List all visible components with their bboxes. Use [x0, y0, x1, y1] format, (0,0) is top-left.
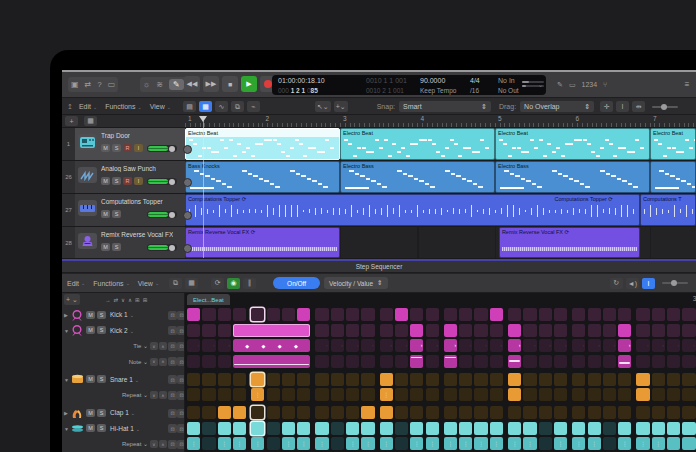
step-cell[interactable]	[361, 388, 374, 401]
header-icon[interactable]: ⊞	[143, 297, 148, 303]
disclosure-triangle[interactable]: ▶	[64, 312, 68, 318]
step-cell[interactable]	[267, 437, 280, 450]
step-cell[interactable]: ⋮	[474, 437, 487, 450]
step-cell[interactable]	[588, 324, 601, 337]
step-cell[interactable]: ›	[426, 339, 439, 352]
step-record-icon[interactable]: ⟳	[211, 278, 224, 289]
step-cell[interactable]	[444, 422, 457, 435]
mute-button[interactable]: M	[86, 409, 95, 417]
step-cell[interactable]	[331, 373, 344, 386]
layers-icon[interactable]: ▦	[185, 278, 198, 289]
increment-button[interactable]: ∧	[159, 358, 167, 366]
step-cell[interactable]	[603, 437, 616, 450]
step-cell[interactable]: ›	[187, 339, 200, 352]
step-cell[interactable]	[539, 422, 552, 435]
step-cell[interactable]	[202, 308, 215, 321]
step-cell[interactable]	[251, 422, 264, 435]
solo-button[interactable]: S	[97, 375, 106, 383]
step-cell[interactable]	[682, 324, 695, 337]
step-cell[interactable]	[315, 324, 328, 337]
step-cell[interactable]	[652, 422, 665, 435]
step-cell[interactable]: ⋮	[618, 437, 631, 450]
step-cell[interactable]	[331, 324, 344, 337]
step-cell[interactable]: ⋮	[251, 388, 264, 401]
zoom-slider[interactable]	[652, 106, 678, 108]
step-cell[interactable]	[426, 373, 439, 386]
step-cell[interactable]	[315, 422, 328, 435]
add-track-button[interactable]: +	[65, 116, 78, 126]
step-cell[interactable]	[361, 373, 374, 386]
row-option-button[interactable]: ⊡	[177, 409, 185, 418]
step-cell[interactable]	[652, 355, 665, 368]
step-cell[interactable]	[395, 406, 408, 419]
step-cell[interactable]	[315, 388, 328, 401]
header-icon[interactable]: ∨	[121, 297, 125, 303]
menu-edit[interactable]: Edit⌄	[67, 280, 85, 287]
row-option-button[interactable]: ⊡	[168, 326, 177, 335]
region[interactable]: Electro Bass	[340, 161, 495, 193]
step-cell[interactable]	[380, 308, 393, 321]
step-cell[interactable]	[233, 406, 246, 419]
bar-ruler[interactable]: + ▦ 1234567	[62, 115, 696, 128]
region[interactable]: Electro Beat	[650, 128, 696, 160]
step-cell[interactable]	[218, 373, 231, 386]
row-option-button[interactable]: ⊡	[177, 424, 185, 433]
step-cell[interactable]	[618, 388, 631, 401]
lcd-time-signature[interactable]: 4/4	[470, 76, 480, 86]
s-button[interactable]: S	[112, 243, 121, 251]
decrement-button[interactable]: ∨	[150, 391, 158, 399]
header-icon[interactable]: ⊞	[135, 297, 140, 303]
track-lane[interactable]: Remix Reverse Vocal FX ⟳Remix Reverse Vo…	[185, 227, 696, 258]
row-option-button[interactable]: ⊡	[168, 424, 177, 433]
step-cell[interactable]: ⋮	[588, 437, 601, 450]
step-cell[interactable]	[426, 355, 439, 368]
volume-slider[interactable]	[147, 145, 177, 152]
step-cell[interactable]: ⋮	[346, 437, 359, 450]
row-option-button[interactable]: ⊡	[177, 440, 185, 449]
step-cell[interactable]	[667, 422, 680, 435]
step-cell[interactable]	[346, 406, 359, 419]
step-cell[interactable]	[554, 373, 567, 386]
step-cell[interactable]	[426, 308, 439, 321]
count-in-badge[interactable]: 1234	[582, 81, 598, 88]
row-name[interactable]: Kick 2⌄	[110, 327, 134, 334]
step-cell[interactable]	[297, 422, 310, 435]
step-cell[interactable]	[474, 422, 487, 435]
step-cell[interactable]	[652, 388, 665, 401]
step-cell[interactable]: ›	[361, 339, 374, 352]
live-pads-icon[interactable]: ◉	[227, 278, 240, 289]
menu-functions[interactable]: Functions⌄	[93, 280, 130, 287]
step-cell[interactable]	[682, 422, 695, 435]
step-cell[interactable]: ⋮	[652, 437, 665, 450]
step-cell[interactable]	[267, 373, 280, 386]
step-cell[interactable]	[588, 422, 601, 435]
step-cell[interactable]	[187, 324, 200, 337]
step-cell[interactable]	[251, 308, 264, 321]
step-cell[interactable]	[603, 422, 616, 435]
step-cell[interactable]	[572, 308, 585, 321]
step-cell[interactable]	[539, 324, 552, 337]
lcd-display[interactable]: 01:00:00:18.10 000 1 2 1 085 0010 1 1 00…	[272, 75, 546, 95]
step-cell[interactable]	[426, 388, 439, 401]
step-cell[interactable]	[251, 406, 264, 419]
row-option-button[interactable]: ⊡	[177, 391, 185, 400]
toolbar-display-icon[interactable]: ▭	[108, 80, 116, 89]
step-cell[interactable]: ›	[490, 339, 503, 352]
step-cell[interactable]: ›	[652, 339, 665, 352]
step-cell[interactable]	[603, 406, 616, 419]
r-button[interactable]: R	[123, 144, 132, 152]
step-cell[interactable]	[636, 324, 649, 337]
step-cell[interactable]	[202, 373, 215, 386]
h-zoom-icon[interactable]: ⇹	[632, 101, 645, 112]
menu-functions[interactable]: Functions⌄	[105, 103, 142, 110]
automation-icon[interactable]: ∿	[215, 101, 228, 112]
step-cell[interactable]	[346, 355, 359, 368]
step-cell[interactable]	[636, 373, 649, 386]
pan-knob[interactable]	[183, 211, 192, 220]
volume-slider[interactable]	[147, 178, 177, 185]
step-cell[interactable]	[572, 373, 585, 386]
region[interactable]: Electro Bass	[495, 161, 650, 193]
step-cell[interactable]	[410, 406, 423, 419]
step-cell[interactable]	[331, 308, 344, 321]
step-cell[interactable]	[233, 388, 246, 401]
